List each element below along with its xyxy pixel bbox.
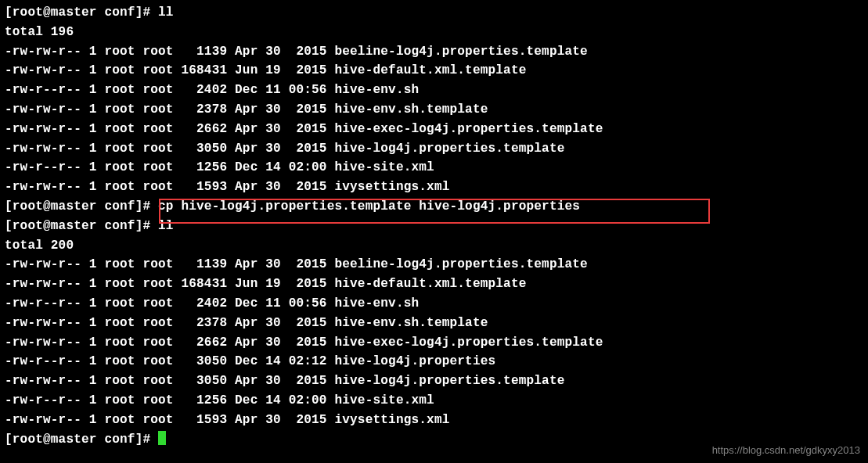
file-row: -rw-rw-r-- 1 root root 168431 Jun 19 201… <box>5 275 863 294</box>
file-row: -rw-rw-r-- 1 root root 3050 Apr 30 2015 … <box>5 139 863 159</box>
file-row: -rw-r--r-- 1 root root 3050 Dec 14 02:12… <box>5 352 863 371</box>
file-row: -rw-rw-r-- 1 root root 2378 Apr 30 2015 … <box>5 314 863 333</box>
total-line: total 196 <box>5 23 863 42</box>
watermark-text: https://blog.csdn.net/gdkyxy2013 <box>712 443 860 458</box>
file-row: -rw-r--r-- 1 root root 1256 Dec 14 02:00… <box>5 158 863 178</box>
file-row: -rw-r--r-- 1 root root 2402 Dec 11 00:56… <box>5 81 863 100</box>
prompt-line: [root@master conf]# cp hive-log4j.proper… <box>5 197 863 217</box>
file-row: -rw-rw-r-- 1 root root 2662 Apr 30 2015 … <box>5 333 863 353</box>
file-row: -rw-rw-r-- 1 root root 168431 Jun 19 201… <box>5 61 863 81</box>
file-row: -rw-rw-r-- 1 root root 1139 Apr 30 2015 … <box>5 255 863 275</box>
command-text: cp hive-log4j.properties.template hive-l… <box>158 199 580 214</box>
file-row: -rw-rw-r-- 1 root root 3050 Apr 30 2015 … <box>5 371 863 391</box>
file-row: -rw-rw-r-- 1 root root 2662 Apr 30 2015 … <box>5 120 863 139</box>
terminal-output[interactable]: [root@master conf]# lltotal 196-rw-rw-r-… <box>5 3 863 449</box>
prompt-line: [root@master conf]# ll <box>5 3 863 23</box>
command-text: ll <box>158 5 174 20</box>
total-line: total 200 <box>5 236 863 256</box>
file-row: -rw-rw-r-- 1 root root 1593 Apr 30 2015 … <box>5 411 863 430</box>
command-text: ll <box>158 219 174 233</box>
file-row: -rw-rw-r-- 1 root root 2378 Apr 30 2015 … <box>5 100 863 120</box>
file-row: -rw-r--r-- 1 root root 1256 Dec 14 02:00… <box>5 391 863 411</box>
file-row: -rw-rw-r-- 1 root root 1593 Apr 30 2015 … <box>5 178 863 197</box>
file-row: -rw-r--r-- 1 root root 2402 Dec 11 00:56… <box>5 294 863 314</box>
prompt-line: [root@master conf]# ll <box>5 217 863 236</box>
file-row: -rw-rw-r-- 1 root root 1139 Apr 30 2015 … <box>5 42 863 62</box>
cursor-block <box>158 431 166 445</box>
